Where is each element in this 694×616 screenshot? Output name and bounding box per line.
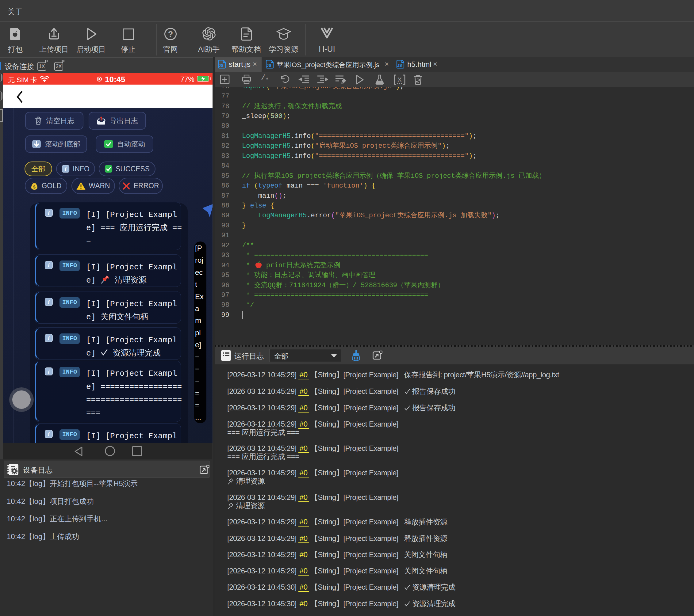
svg-text:X: X (398, 76, 401, 83)
svg-text:$: $ (33, 185, 36, 189)
svg-text:i: i (48, 299, 50, 305)
svg-text:i: i (48, 262, 50, 268)
svg-text:JS: JS (267, 63, 271, 68)
svg-text:i: i (48, 431, 50, 437)
svg-text:JS: JS (397, 63, 402, 68)
svg-text:i: i (48, 335, 50, 341)
svg-text:JS: JS (219, 63, 223, 68)
svg-text:i: i (48, 210, 50, 216)
svg-text:i: i (65, 166, 66, 172)
svg-text:i: i (48, 368, 50, 375)
